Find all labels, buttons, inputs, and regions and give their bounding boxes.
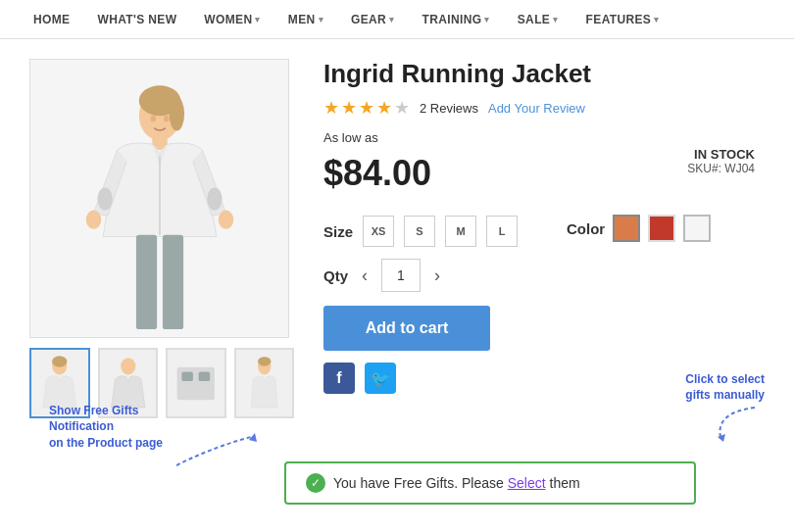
size-xs[interactable]: XS <box>363 216 394 247</box>
color-red[interactable] <box>648 215 675 242</box>
rating-row: ★ ★ ★ ★ ★ 2 Reviews Add Your Review <box>323 97 765 119</box>
star-2: ★ <box>341 97 357 119</box>
svg-point-3 <box>169 96 183 130</box>
sku-value: WJ04 <box>724 162 755 175</box>
color-selector: Color <box>567 215 711 242</box>
svg-point-7 <box>207 187 222 210</box>
product-page: Ingrid Running Jacket ★ ★ ★ ★ ★ 2 Review… <box>0 39 794 532</box>
chevron-down-icon: ▾ <box>255 15 260 24</box>
size-l[interactable]: L <box>486 216 518 247</box>
select-gifts-link[interactable]: Select <box>508 475 546 491</box>
free-gifts-text: You have Free Gifts. Please Select them <box>333 475 580 491</box>
add-review-link[interactable]: Add Your Review <box>488 101 585 116</box>
stock-info: IN STOCK SKU#: WJ04 <box>687 147 755 175</box>
qty-label: Qty <box>323 267 348 284</box>
qty-increase[interactable]: › <box>430 266 444 286</box>
svg-rect-9 <box>162 234 182 328</box>
annotation-click-to-select: Click to selectgifts manually <box>685 372 765 442</box>
nav-training[interactable]: TRAINING ▾ <box>408 0 503 38</box>
svg-point-12 <box>150 115 156 121</box>
qty-input[interactable] <box>381 259 421 292</box>
sku-label: SKU#: <box>687 162 721 175</box>
thumbnail-4[interactable] <box>234 348 295 418</box>
main-product-image <box>29 59 289 338</box>
nav-gear[interactable]: GEAR ▾ <box>337 0 409 38</box>
star-4: ★ <box>376 97 392 119</box>
nav-sale[interactable]: SALE ▾ <box>504 0 572 38</box>
svg-point-11 <box>218 210 232 228</box>
sku-info: SKU#: WJ04 <box>687 162 755 175</box>
twitter-share[interactable]: 🐦 <box>365 363 396 394</box>
color-white[interactable] <box>683 215 711 242</box>
twitter-icon: 🐦 <box>371 369 390 388</box>
as-low-as-label: As low as <box>323 130 765 145</box>
quantity-row: Qty ‹ › <box>323 259 765 292</box>
nav-whats-new[interactable]: WHAT'S NEW <box>83 0 190 38</box>
in-stock-label: IN STOCK <box>687 147 755 162</box>
svg-point-10 <box>85 210 100 228</box>
annotation-line-icon <box>176 426 274 475</box>
svg-rect-8 <box>135 234 156 328</box>
svg-rect-22 <box>199 371 211 381</box>
reviews-count: 2 Reviews <box>420 101 478 116</box>
nav-home[interactable]: HOME <box>20 0 83 38</box>
chevron-down-icon: ▾ <box>319 15 323 24</box>
star-3: ★ <box>359 97 374 119</box>
qty-decrease[interactable]: ‹ <box>358 266 372 286</box>
size-m[interactable]: M <box>445 216 476 247</box>
svg-point-16 <box>52 356 67 367</box>
product-details: Ingrid Running Jacket ★ ★ ★ ★ ★ 2 Review… <box>323 59 765 512</box>
star-rating: ★ ★ ★ ★ ★ <box>323 97 410 119</box>
star-5: ★ <box>394 97 410 119</box>
nav-women[interactable]: WOMEN ▾ <box>190 0 274 38</box>
annotation-arrow-icon <box>706 403 765 442</box>
add-to-cart-button[interactable]: Add to cart <box>323 306 490 351</box>
nav-features[interactable]: FEATURES ▾ <box>572 0 673 38</box>
svg-rect-21 <box>181 371 193 381</box>
free-gifts-bar: ✓ You have Free Gifts. Please Select the… <box>284 461 696 505</box>
color-label: Color <box>567 220 605 237</box>
size-label: Size <box>323 223 353 240</box>
free-gifts-area: Show Free Gifts Notificationon the Produ… <box>49 461 774 505</box>
product-title: Ingrid Running Jacket <box>323 59 765 89</box>
facebook-share[interactable]: f <box>323 363 355 394</box>
chevron-down-icon: ▾ <box>389 15 394 24</box>
size-selector: Size XS S M L <box>323 216 518 247</box>
size-s[interactable]: S <box>404 216 435 247</box>
check-icon: ✓ <box>306 473 325 493</box>
color-orange[interactable] <box>613 215 640 242</box>
facebook-icon: f <box>336 369 341 387</box>
svg-point-13 <box>163 115 169 121</box>
svg-rect-20 <box>177 366 215 400</box>
chevron-down-icon: ▾ <box>553 15 558 24</box>
svg-point-18 <box>121 358 135 374</box>
svg-point-25 <box>258 357 271 366</box>
free-gifts-notification: ✓ You have Free Gifts. Please Select the… <box>206 461 774 505</box>
svg-point-6 <box>97 187 112 210</box>
svg-marker-26 <box>718 434 725 442</box>
chevron-down-icon: ▾ <box>484 15 489 24</box>
star-1: ★ <box>323 97 339 119</box>
chevron-down-icon: ▾ <box>654 15 659 24</box>
nav-men[interactable]: MEN ▾ <box>274 0 337 38</box>
navigation: HOME WHAT'S NEW WOMEN ▾ MEN ▾ GEAR ▾ TRA… <box>0 0 794 39</box>
